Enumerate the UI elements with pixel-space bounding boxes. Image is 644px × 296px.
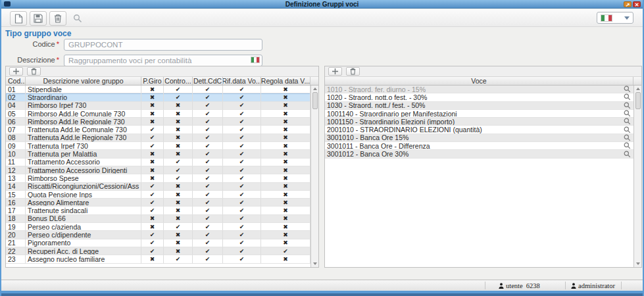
scroll-up-icon[interactable] — [313, 87, 317, 90]
lookup-magnifier-icon[interactable] — [620, 126, 633, 134]
table-row[interactable]: 12Trattamento Accessorio Dirigenti✖✔✔✔✖ — [6, 166, 310, 174]
flag-cell: ✖ — [261, 159, 310, 166]
cross-icon: ✖ — [176, 143, 181, 149]
cross-icon: ✖ — [283, 102, 288, 109]
flag-cell: ✖ — [261, 150, 310, 158]
search-button[interactable] — [69, 11, 86, 26]
cross-icon: ✖ — [283, 215, 288, 222]
cross-icon: ✖ — [150, 167, 155, 174]
table-row[interactable]: 02Straordinario✖✔✔✔✖ — [6, 93, 310, 101]
delete-voce-button[interactable] — [346, 67, 360, 76]
flag-cell: ✔ — [193, 223, 223, 231]
flag-cell: ✔ — [193, 166, 223, 174]
table-row[interactable]: 18Bonus DL66✖✖✔✔✖ — [6, 215, 310, 223]
table-row[interactable]: 06Rimborso Add.le Regionale 730✖✖✔✔✖ — [6, 118, 310, 126]
check-icon: ✔ — [205, 183, 211, 189]
scroll-up-icon[interactable] — [636, 87, 640, 90]
cross-icon: ✖ — [176, 102, 181, 109]
check-icon: ✔ — [239, 256, 245, 262]
scrollbar-thumb[interactable] — [312, 92, 318, 109]
cross-icon: ✖ — [176, 207, 181, 214]
table-row[interactable]: 11Trattamento Accessorio✖✔✔✔✖ — [6, 159, 310, 166]
save-button[interactable] — [30, 11, 47, 26]
column-header[interactable]: Cod... — [6, 77, 26, 85]
codice-field[interactable] — [64, 39, 262, 51]
voce-row[interactable]: 1001140 - Straordinario per Manifestazio… — [325, 110, 633, 118]
add-group-row-button[interactable] — [9, 67, 23, 76]
lookup-magnifier-icon[interactable] — [620, 150, 633, 158]
delete-button[interactable] — [49, 11, 66, 26]
lookup-magnifier-icon[interactable] — [620, 142, 633, 150]
code-cell: 08 — [6, 134, 26, 142]
check-icon: ✔ — [176, 256, 181, 262]
flag-cell: ✔ — [223, 191, 261, 199]
flag-cell: ✔ — [193, 86, 223, 93]
lookup-magnifier-icon[interactable] — [620, 134, 633, 142]
flag-cell: ✔ — [193, 142, 223, 150]
voce-row[interactable]: 1010 - Straord. fer. diurno - 15% — [325, 86, 633, 93]
code-cell: 20 — [6, 231, 26, 239]
table-row[interactable]: 20Perseo c/dipendente✔✖✔✔✖ — [6, 231, 310, 239]
table-row[interactable]: 14Riscatti/Ricongiunzioni/Cessioni/Ass✔✖… — [6, 183, 310, 191]
delete-group-row-button[interactable] — [27, 67, 41, 76]
table-row[interactable]: 07Trattenuta Add.le Comunale 730✔✖✔✔✖ — [6, 126, 310, 134]
voce-row[interactable]: 3001010 - Banca Ore 15% — [325, 134, 633, 142]
close-icon[interactable]: ✕ — [633, 1, 641, 7]
scroll-down-icon[interactable] — [313, 262, 317, 265]
table-row[interactable]: 21Pignoramento✔✖✔✔✖ — [6, 239, 310, 247]
table-row[interactable]: 08Trattenuta Add.le Regionale 730✔✖✔✔✖ — [6, 134, 310, 142]
table-row[interactable]: 22Recuperi Acc. di Legge✔✖✔✔✔ — [6, 247, 310, 255]
column-header[interactable]: P.Giro — [141, 77, 164, 85]
restore-window-icon[interactable]: ↗ — [624, 1, 632, 7]
voce-row[interactable]: 1001150 - Straordinario Elezioni (import… — [325, 118, 633, 126]
check-icon: ✔ — [150, 248, 155, 255]
table-row[interactable]: 04Rimborso Irpef 730✖✖✔✔✖ — [6, 102, 310, 110]
table-row[interactable]: 23Assegno nucleo familiare✖✔✔✔✖ — [6, 255, 310, 263]
table-row[interactable]: 10Trattenuta per Malattia✖✖✔✔✖ — [6, 150, 310, 158]
column-header[interactable]: Dett.CdC — [193, 77, 223, 85]
language-selector[interactable] — [597, 12, 633, 24]
new-record-button[interactable] — [10, 11, 27, 26]
column-header[interactable]: Contro... — [164, 77, 193, 85]
column-header[interactable]: Regola data V... — [261, 77, 310, 85]
cross-icon: ✖ — [150, 159, 155, 165]
table-row[interactable]: 17Trattenute sindacali✔✖✔✔✖ — [6, 207, 310, 214]
lookup-magnifier-icon[interactable] — [620, 93, 633, 101]
table-row[interactable]: 09Trattenuta Irpef 730✔✖✔✔✖ — [6, 142, 310, 150]
table-row[interactable]: 16Assegno Alimentare✔✖✔✔✖ — [6, 199, 310, 207]
flag-cell: ✔ — [223, 134, 261, 142]
group-table-scrollbar[interactable] — [310, 86, 318, 267]
table-row[interactable]: 13Rimborso Spese✖✔✔✔✖ — [6, 174, 310, 182]
voce-row[interactable]: 1020 - Straord. nott.o fest. - 30% — [325, 93, 633, 101]
column-header[interactable]: Rif.data Vo... — [223, 77, 261, 85]
voce-cell: 3001011 - Banca Ore - Differenza — [325, 142, 620, 150]
titlebar: Definizione Gruppi voci ↗ ✕ — [1, 0, 643, 9]
scroll-down-icon[interactable] — [636, 262, 640, 265]
check-icon: ✔ — [205, 215, 211, 222]
code-cell: 05 — [6, 110, 26, 118]
description-cell: Perseo c/dipendente — [26, 231, 141, 239]
cross-icon: ✖ — [150, 175, 155, 182]
scrollbar-thumb[interactable] — [635, 92, 641, 109]
flag-cell: ✖ — [164, 183, 193, 191]
voce-table-scrollbar[interactable] — [633, 86, 641, 267]
table-row[interactable]: 01Stipendiale✖✔✔✔✖ — [6, 86, 310, 93]
add-voce-button[interactable] — [328, 67, 342, 76]
voce-row[interactable]: 3001012 - Banca Ore 30% — [325, 150, 633, 158]
descrizione-field[interactable] — [64, 55, 262, 66]
flag-cell: ✖ — [261, 134, 310, 142]
voce-row[interactable]: 3001011 - Banca Ore - Differenza — [325, 142, 633, 150]
lookup-magnifier-icon[interactable] — [620, 86, 633, 93]
voce-row[interactable]: 2001010 - STRAORDINARIO ELEZIONI (quanti… — [325, 126, 633, 134]
table-row[interactable]: 19Perseo c/azienda✖✔✔✔✖ — [6, 223, 310, 231]
lookup-magnifier-icon[interactable] — [620, 110, 633, 118]
lookup-magnifier-icon[interactable] — [620, 118, 633, 126]
description-cell: Trattenuta Add.le Regionale 730 — [26, 134, 141, 142]
table-row[interactable]: 05Rimborso Add.le Comunale 730✖✖✔✔✖ — [6, 110, 310, 118]
column-header[interactable]: Descrizione valore gruppo — [26, 77, 141, 85]
check-icon: ✔ — [205, 126, 211, 133]
check-icon: ✔ — [239, 118, 245, 125]
voce-row[interactable]: 1030 - Straord. nott./ fest. - 50% — [325, 102, 633, 110]
table-row[interactable]: 15Quota Pensione Inps✔✖✔✔✖ — [6, 191, 310, 199]
lookup-magnifier-icon[interactable] — [620, 102, 633, 110]
